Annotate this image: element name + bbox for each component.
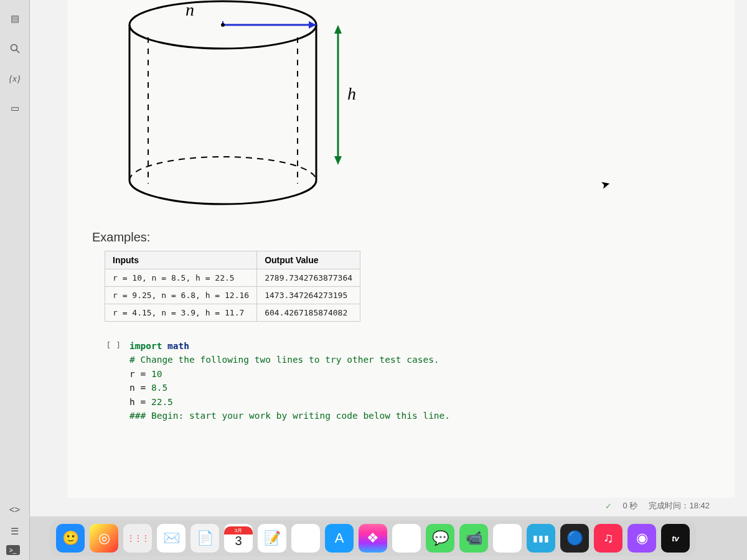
comment: ### Begin: start your work by writing co… [129, 411, 450, 421]
completed-time: 完成时间：18:42 [649, 500, 710, 511]
notebook-area: n h Examples: Inputs Output Value r = 10… [30, 0, 747, 516]
check-icon: ✓ [605, 502, 612, 511]
number: 10 [151, 369, 162, 379]
row-output: 1473.347264273195 [257, 287, 360, 304]
music-icon[interactable]: ♫ [594, 524, 622, 553]
svg-point-0 [11, 45, 17, 51]
settings-icon[interactable]: ❖ [359, 524, 387, 553]
photos-icon[interactable]: ✿ [392, 524, 421, 553]
code-cell[interactable]: [ ] import math # Change the following t… [92, 339, 710, 423]
siri-icon[interactable]: 🔵 [560, 524, 589, 553]
reminders-icon[interactable]: ☑ [291, 524, 320, 553]
row-input: r = 9.25, n = 6.8, h = 12.16 [105, 287, 257, 304]
comment: # Change the following two lines to try … [129, 355, 439, 365]
code-icon[interactable]: <> [6, 500, 24, 518]
number: 8.5 [151, 383, 167, 393]
row-input: r = 4.15, n = 3.9, h = 11.7 [105, 304, 257, 322]
list-icon[interactable]: ☰ [6, 523, 24, 540]
module: math [162, 341, 189, 351]
notebook-icon[interactable]: ▭ [6, 100, 24, 117]
height-label: h [347, 84, 356, 103]
tv-icon[interactable]: tv [661, 524, 690, 553]
table-row: r = 4.15, n = 3.9, h = 11.7 604.42671858… [105, 304, 360, 322]
terminal-icon[interactable]: >_ [6, 545, 20, 555]
row-output: 2789.7342763877364 [257, 269, 360, 287]
browser-icon[interactable]: ◎ [90, 524, 118, 553]
row-output: 604.4267185874082 [257, 304, 360, 322]
svg-marker-12 [334, 25, 342, 34]
finder-icon[interactable]: 🙂 [56, 524, 85, 553]
execution-status: ✓ 0 秒 完成时间：18:42 [605, 500, 710, 511]
code-text: r = [129, 369, 151, 379]
col-output: Output Value [257, 251, 360, 269]
appstore-icon[interactable]: A [325, 524, 354, 553]
examples-table: Inputs Output Value r = 10, n = 8.5, h =… [105, 251, 360, 322]
stats-icon[interactable]: ▮▮▮ [527, 524, 555, 553]
examples-heading: Examples: [92, 230, 710, 245]
folder-icon[interactable]: ▤ [6, 10, 24, 27]
radius-label: n [186, 0, 194, 19]
left-activity-bar: ▤ {x} ▭ <> ☰ >_ [0, 0, 30, 560]
row-input: r = 10, n = 8.5, h = 22.5 [105, 269, 257, 287]
number: 22.5 [151, 397, 173, 407]
table-row: r = 9.25, n = 6.8, h = 12.16 1473.347264… [105, 287, 360, 304]
messages-icon[interactable]: 💬 [426, 524, 454, 553]
code-text: n = [129, 383, 151, 393]
keyword: import [129, 341, 162, 351]
freeform-icon[interactable]: ✎ [493, 524, 522, 553]
launchpad-icon[interactable]: ⋮⋮⋮ [123, 524, 152, 553]
podcast-icon[interactable]: ◉ [627, 524, 656, 553]
notes-icon[interactable]: 📝 [258, 524, 286, 553]
textedit-icon[interactable]: 📄 [190, 524, 219, 553]
mail-icon[interactable]: ✉️ [157, 524, 186, 553]
exec-time: 0 秒 [623, 500, 638, 511]
variables-icon[interactable]: {x} [6, 70, 24, 87]
calendar-icon[interactable]: 3月3 [224, 524, 253, 553]
facetime-icon[interactable]: 📹 [459, 524, 488, 553]
table-row: r = 10, n = 8.5, h = 22.5 2789.734276387… [105, 269, 360, 287]
cell-prompt: [ ] [92, 339, 129, 423]
col-inputs: Inputs [105, 251, 257, 269]
search-icon[interactable] [6, 40, 24, 57]
notebook-content: n h Examples: Inputs Output Value r = 10… [67, 0, 735, 498]
cell-body[interactable]: import math # Change the following two l… [129, 339, 710, 423]
code-text: h = [129, 397, 151, 407]
cylinder-figure: n h [105, 0, 366, 224]
dock: 🙂◎⋮⋮⋮✉️📄3月3📝☑A❖✿💬📹✎▮▮▮🔵♫◉tv [50, 519, 741, 556]
svg-line-1 [16, 50, 19, 54]
svg-marker-13 [334, 156, 342, 165]
svg-point-10 [221, 23, 225, 27]
